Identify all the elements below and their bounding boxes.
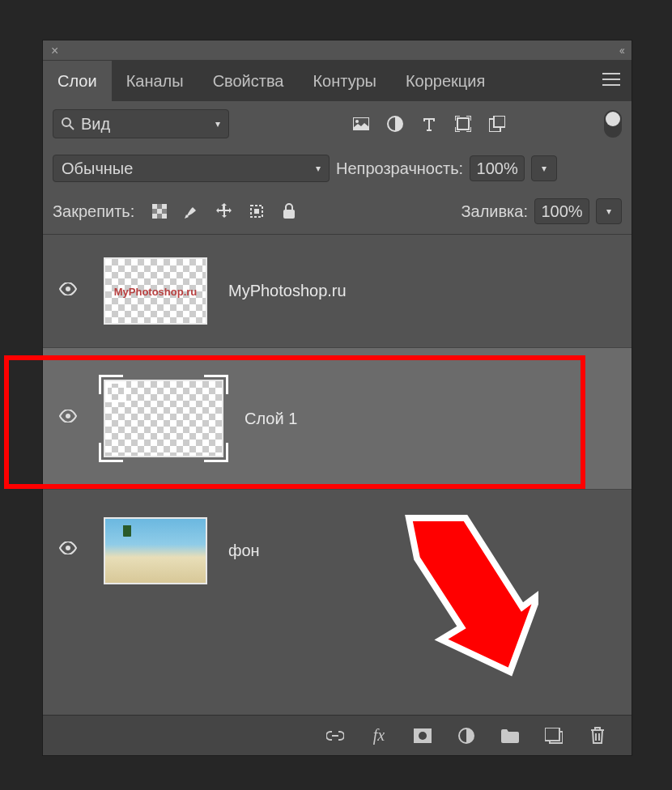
layer-thumbnail[interactable] <box>104 380 223 457</box>
layer-name[interactable]: Слой 1 <box>223 410 297 428</box>
svg-point-17 <box>66 287 70 291</box>
opacity-value[interactable]: 100% <box>470 155 525 181</box>
layer-style-icon[interactable]: fx <box>369 726 389 745</box>
close-icon[interactable]: × <box>51 44 58 58</box>
filter-type-select[interactable]: Вид ▾ <box>53 109 229 138</box>
layer-row[interactable]: Слой 1 <box>43 348 632 490</box>
layers-list: MyPhotoshop.ru MyPhotoshop.ru Слой 1 фон <box>43 235 632 672</box>
svg-rect-13 <box>162 214 167 219</box>
svg-point-18 <box>66 414 70 418</box>
filter-label: Вид <box>81 115 110 134</box>
lock-transparent-icon[interactable] <box>149 201 170 222</box>
layers-panel: × ‹‹ Слои Каналы Свойства Контуры Коррек… <box>42 40 632 756</box>
panel-menu-icon[interactable] <box>602 72 620 87</box>
filter-row: Вид ▾ <box>43 101 632 147</box>
chevron-down-icon: ▾ <box>215 118 220 130</box>
lock-label: Закрепить: <box>53 202 134 221</box>
svg-rect-15 <box>254 209 259 214</box>
layer-mask-icon[interactable] <box>413 726 432 745</box>
svg-point-3 <box>355 120 359 123</box>
svg-rect-16 <box>283 210 295 219</box>
blend-mode-select[interactable]: Обычные ▾ <box>53 155 330 182</box>
tab-paths[interactable]: Контуры <box>298 61 390 101</box>
svg-rect-7 <box>494 116 505 127</box>
fill-chevron[interactable]: ▾ <box>596 198 622 224</box>
svg-rect-9 <box>152 204 157 209</box>
chevron-down-icon: ▾ <box>316 163 321 174</box>
tab-layers[interactable]: Слои <box>43 61 112 101</box>
lock-position-icon[interactable] <box>214 201 235 222</box>
layer-row[interactable]: фон <box>43 490 632 611</box>
svg-line-1 <box>70 125 74 130</box>
tab-channels[interactable]: Каналы <box>112 61 198 101</box>
tab-properties[interactable]: Свойства <box>198 61 299 101</box>
group-icon[interactable] <box>500 726 520 745</box>
layers-bottom-bar: fx <box>43 715 632 755</box>
collapse-icon[interactable]: ‹‹ <box>619 44 623 57</box>
tab-adjustments[interactable]: Коррекция <box>391 61 500 101</box>
filter-adjustment-icon[interactable] <box>386 115 404 133</box>
filter-type-icon[interactable] <box>420 115 438 133</box>
filter-shape-icon[interactable] <box>454 115 472 133</box>
filter-toggle[interactable] <box>604 110 622 138</box>
visibility-icon[interactable] <box>59 410 77 427</box>
opacity-label: Непрозрачность: <box>336 159 463 178</box>
panel-topbar: × ‹‹ <box>43 40 632 61</box>
filter-pixel-icon[interactable] <box>352 115 370 133</box>
svg-rect-23 <box>545 728 559 741</box>
adjustment-layer-icon[interactable] <box>457 726 476 745</box>
filter-smart-icon[interactable] <box>488 115 506 133</box>
fill-label: Заливка: <box>461 202 528 221</box>
layer-thumbnail[interactable]: MyPhotoshop.ru <box>104 257 207 325</box>
blend-row: Обычные ▾ Непрозрачность: 100% ▾ <box>43 147 632 190</box>
layer-row[interactable]: MyPhotoshop.ru MyPhotoshop.ru <box>43 235 632 348</box>
delete-layer-icon[interactable] <box>588 726 607 745</box>
svg-rect-11 <box>157 209 162 214</box>
svg-point-19 <box>66 546 70 550</box>
svg-rect-5 <box>457 118 469 130</box>
svg-rect-10 <box>162 204 167 209</box>
blend-mode-label: Обычные <box>62 159 133 178</box>
svg-point-0 <box>62 118 70 126</box>
svg-rect-12 <box>152 214 157 219</box>
opacity-chevron[interactable]: ▾ <box>531 155 557 181</box>
svg-point-21 <box>419 732 427 740</box>
lock-all-icon[interactable] <box>279 201 300 222</box>
layer-name[interactable]: фон <box>207 542 260 560</box>
filter-icons <box>352 115 506 133</box>
lock-artboard-icon[interactable] <box>246 201 267 222</box>
new-layer-icon[interactable] <box>544 726 564 745</box>
visibility-icon[interactable] <box>59 282 77 300</box>
lock-row: Закрепить: Заливка: 100% ▾ <box>43 190 632 235</box>
search-icon <box>62 117 74 130</box>
visibility-icon[interactable] <box>59 542 77 559</box>
layer-name[interactable]: MyPhotoshop.ru <box>207 282 347 300</box>
lock-image-icon[interactable] <box>181 201 202 222</box>
link-layers-icon[interactable] <box>325 726 345 745</box>
layer-thumbnail[interactable] <box>104 517 207 584</box>
panel-tabs: Слои Каналы Свойства Контуры Коррекция <box>43 61 632 101</box>
fill-value[interactable]: 100% <box>534 198 589 224</box>
